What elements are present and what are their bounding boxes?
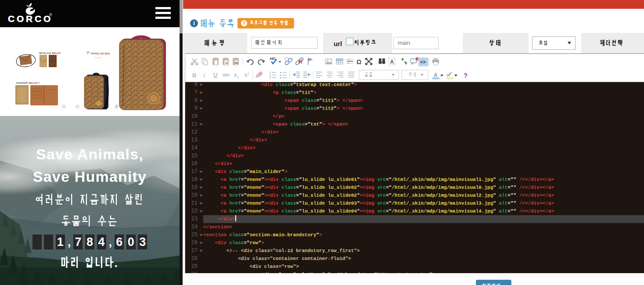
svg-text:I: I	[203, 72, 205, 79]
svg-text:3: 3	[269, 76, 271, 79]
svg-text:x: x	[245, 72, 248, 78]
svg-text:Ω: Ω	[356, 58, 361, 65]
svg-text:A: A	[390, 59, 394, 65]
svg-text:A: A	[225, 61, 228, 65]
svg-text:?: ?	[464, 72, 468, 79]
svg-text:ABC: ABC	[270, 57, 276, 60]
svg-text:<>: <>	[420, 59, 426, 65]
svg-text:U: U	[213, 72, 217, 78]
svg-text:B: B	[192, 72, 196, 79]
svg-text:W: W	[235, 61, 238, 65]
svg-text:x: x	[234, 72, 237, 78]
svg-text:2: 2	[248, 72, 250, 76]
svg-text:A: A	[434, 72, 438, 78]
svg-text:2: 2	[237, 76, 239, 79]
